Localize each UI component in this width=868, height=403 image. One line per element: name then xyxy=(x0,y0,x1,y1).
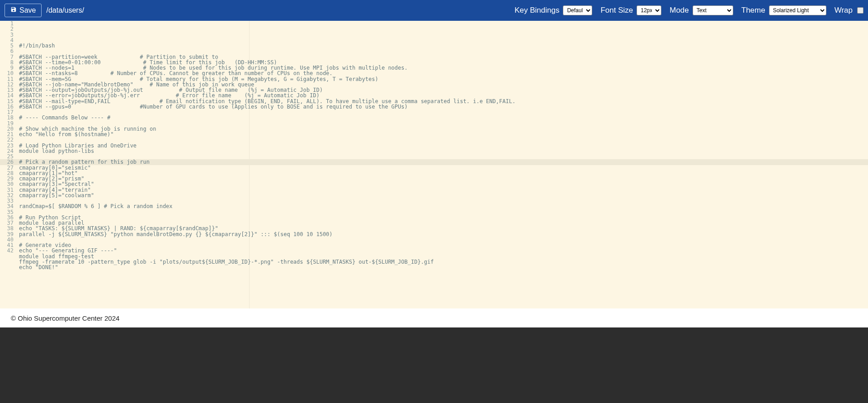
theme-group: Theme Solarized Light xyxy=(741,5,826,15)
mode-select[interactable]: Text xyxy=(693,5,733,15)
bottom-panel xyxy=(0,327,868,403)
code-line[interactable]: #SBATCH --ntasks=8 # Number of CPUs. Can… xyxy=(19,71,868,76)
code-line[interactable]: module load python-libs xyxy=(19,148,868,154)
code-line[interactable]: cmaparray[0]="seismic" xyxy=(19,165,868,171)
code-line[interactable] xyxy=(19,121,868,126)
code-line[interactable]: #!/bin/bash xyxy=(19,43,868,48)
key-bindings-group: Key Bindings Default xyxy=(514,5,592,15)
code-line[interactable]: ffmpeg -framerate 10 -pattern_type glob … xyxy=(19,259,868,265)
line-number: 5 xyxy=(0,43,17,48)
line-number: 11 xyxy=(0,76,17,82)
code-line[interactable]: cmaparray[3]="Spectral" xyxy=(19,181,868,187)
line-number: 23 xyxy=(0,143,17,148)
code-line[interactable]: echo "DONE!" xyxy=(19,265,868,270)
code-line[interactable]: #SBATCH --mem=5G # Total memory for this… xyxy=(19,76,868,82)
save-button[interactable]: Save xyxy=(5,4,42,17)
copyright-text: © Ohio Supercomputer Center 2024 xyxy=(11,314,119,322)
line-number-gutter: 1234567891011121314151617181920212223242… xyxy=(0,21,17,308)
line-number: 6 xyxy=(0,48,17,54)
font-size-select[interactable]: 12px xyxy=(637,5,661,15)
font-size-group: Font Size 12px xyxy=(600,5,661,15)
editor[interactable]: 1234567891011121314151617181920212223242… xyxy=(0,21,868,308)
file-path: /data/users/ xyxy=(46,6,84,14)
code-line[interactable]: #SBATCH --mail-type=END,FAIL # Email not… xyxy=(19,99,868,104)
save-icon xyxy=(10,6,17,14)
line-number: 19 xyxy=(0,121,17,126)
footer: © Ohio Supercomputer Center 2024 xyxy=(0,308,868,327)
line-number: 1 xyxy=(0,21,17,26)
code-line[interactable]: #SBATCH --error=jobOutputs/job-%j.err # … xyxy=(19,93,868,98)
code-line[interactable]: cmaparray[2]="prism" xyxy=(19,176,868,181)
code-line[interactable]: cmaparray[1]="hot" xyxy=(19,171,868,176)
code-line[interactable]: # Run Python Script xyxy=(19,215,868,220)
save-button-label: Save xyxy=(19,6,36,14)
code-line[interactable]: randCmap=$[ $RANDOM % 6 ] # Pick a rando… xyxy=(19,204,868,209)
code-line[interactable] xyxy=(19,48,868,54)
line-number: 27 xyxy=(0,165,17,171)
line-number: 34 xyxy=(0,204,17,209)
font-size-label: Font Size xyxy=(600,6,633,15)
wrap-label: Wrap xyxy=(835,6,853,15)
toolbar: Save /data/users/ Key Bindings Default F… xyxy=(0,0,868,21)
code-area[interactable]: #!/bin/bash#SBATCH --partition=week # Pa… xyxy=(17,21,868,308)
code-line[interactable]: # ---- Commands Below ---- # xyxy=(19,115,868,120)
theme-label: Theme xyxy=(741,6,765,15)
key-bindings-select[interactable]: Default xyxy=(563,5,592,15)
line-number: 3 xyxy=(0,32,17,38)
line-number: 18 xyxy=(0,115,17,120)
line-number: 22 xyxy=(0,137,17,142)
code-line[interactable]: cmaparray[4]="terrain" xyxy=(19,187,868,193)
code-line[interactable]: echo "Hello from $(hostname)" xyxy=(19,132,868,137)
line-number: 8 xyxy=(0,60,17,65)
code-line[interactable]: # Pick a random pattern for this job run xyxy=(19,159,868,165)
code-line[interactable]: # Generate video xyxy=(19,242,868,248)
line-number: 30 xyxy=(0,181,17,187)
line-number: 39 xyxy=(0,232,17,237)
code-line[interactable]: #SBATCH --gpus=0 #Number of GPU cards to… xyxy=(19,104,868,109)
line-number: 14 xyxy=(0,93,17,98)
code-line[interactable] xyxy=(19,209,868,215)
line-number: 15 xyxy=(0,99,17,104)
line-number: 2 xyxy=(0,26,17,32)
code-line[interactable]: module load ffmpeg-test xyxy=(19,254,868,259)
code-line[interactable]: echo "--- Generating GIF ----" xyxy=(19,248,868,253)
key-bindings-label: Key Bindings xyxy=(514,6,559,15)
file-path-visible: /data/users/ xyxy=(46,6,84,14)
code-line[interactable] xyxy=(19,137,868,142)
line-number: 31 xyxy=(0,187,17,193)
line-number: 7 xyxy=(0,54,17,60)
code-line[interactable]: # Load Python Libraries and OneDrive xyxy=(19,143,868,148)
code-line[interactable]: #SBATCH --partition=week # Partition to … xyxy=(19,54,868,60)
line-number: 35 xyxy=(0,209,17,215)
code-line[interactable] xyxy=(19,270,868,275)
line-number: 10 xyxy=(0,71,17,76)
line-number: 26 xyxy=(0,159,17,165)
mode-group: Mode Text xyxy=(670,5,733,15)
line-number: 38 xyxy=(0,226,17,231)
theme-select[interactable]: Solarized Light xyxy=(769,5,826,15)
code-line[interactable] xyxy=(19,237,868,242)
code-line[interactable]: parallel -j ${SLURM_NTASKS} "python mand… xyxy=(19,232,868,237)
line-number: 42 xyxy=(0,248,17,253)
wrap-checkbox[interactable] xyxy=(857,7,863,14)
wrap-group: Wrap xyxy=(835,6,863,15)
code-line[interactable]: cmaparray[5]="coolwarm" xyxy=(19,193,868,198)
code-line[interactable]: # Show which machine the job is running … xyxy=(19,126,868,132)
mode-label: Mode xyxy=(670,6,689,15)
code-line[interactable] xyxy=(19,109,868,115)
line-number: 4 xyxy=(0,38,17,43)
code-line[interactable]: echo "TASKS: ${SLURM_NTASKS} | RAND: ${c… xyxy=(19,226,868,231)
